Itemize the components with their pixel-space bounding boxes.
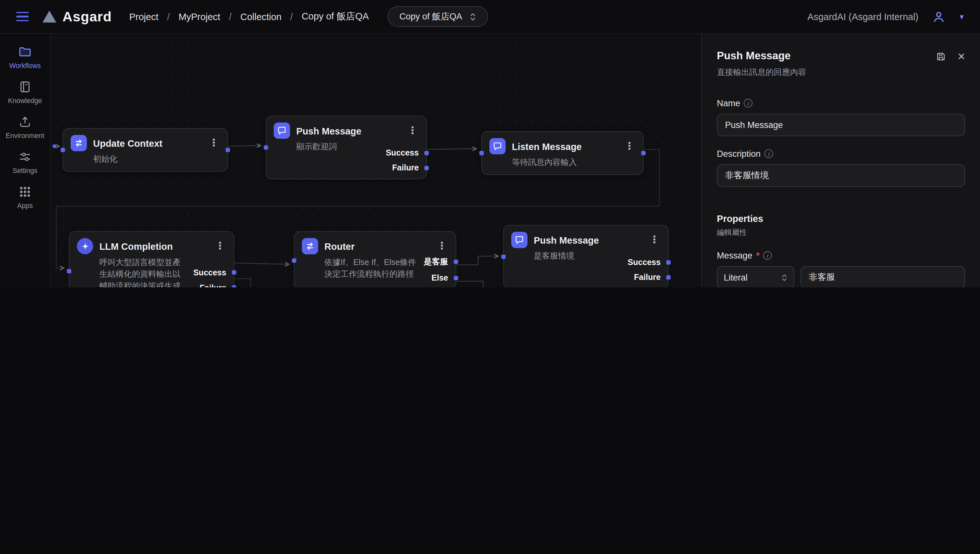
kebab-menu-icon[interactable]: ⋮ [214,241,226,251]
sidebar-item-settings[interactable]: Settings [0,150,50,174]
sidebar-item-workflows[interactable]: Workflows [0,45,50,69]
workflow-selector-value: Copy of 飯店QA [400,11,462,22]
node-push-message-welcome[interactable]: Push Message ⋮ 顯示歡迎詞 Success Failure [266,116,427,180]
sidebar-item-knowledge[interactable]: Knowledge [0,80,50,104]
output-port[interactable] [232,270,236,274]
info-icon: i [765,150,773,158]
chevron-updown-icon [470,12,476,21]
output-else: Else [424,273,448,282]
chevron-updown-icon [781,274,787,282]
close-icon[interactable]: × [958,50,965,62]
output-port[interactable] [454,275,458,280]
input-port[interactable] [501,255,506,259]
output-port[interactable] [641,151,646,156]
sidebar-item-apps[interactable]: Apps [0,185,50,209]
description-input[interactable] [717,164,965,186]
swap-arrows-icon [302,238,318,254]
properties-heading: Properties [717,213,965,224]
menu-hamburger-icon[interactable] [16,12,29,21]
node-inspector-panel: Push Message 直接輸出訊息的回應內容 × Name i Descri… [701,34,980,287]
node-title: Update Context [93,138,163,148]
node-llm-completion[interactable]: LLM Completion ⋮ 呼叫大型語言模型並產生結構化的資料輸出以輔助流… [69,231,234,287]
output-port[interactable] [666,260,671,264]
node-subtitle: 是客服情境 [534,250,574,282]
name-label: Name i [717,98,965,108]
inspector-subtitle: 直接輸出訊息的回應內容 [717,67,806,78]
node-title: Router [324,241,355,252]
input-port[interactable] [264,145,268,150]
logo-triangle-icon [43,11,56,23]
output-failure: Failure [193,283,226,287]
kebab-menu-icon[interactable]: ⋮ [648,235,661,245]
sidebar-label: Environment [6,132,45,139]
sliders-icon [18,150,32,164]
asgard-logo[interactable]: Asgard [43,8,112,25]
chat-bubble-icon [512,232,527,248]
node-title: Listen Message [512,141,582,151]
output-port[interactable] [666,275,671,280]
output-port[interactable] [424,166,429,170]
user-icon[interactable] [932,10,946,23]
node-subtitle: 呼叫大型語言模型並產生結構化的資料輸出以輔助流程的決策或生成自然語言輸出 [99,256,186,287]
sidebar-label: Settings [13,167,38,174]
output-success: Success [386,148,419,158]
output-failure: Failure [386,163,419,172]
kebab-menu-icon[interactable]: ⋮ [406,126,419,136]
sidebar-label: Apps [17,202,33,209]
message-type-select[interactable]: Literal [717,266,794,287]
chat-bubble-icon [489,138,505,154]
kebab-menu-icon[interactable]: ⋮ [207,138,220,148]
sidebar-item-environment[interactable]: Environment [0,115,50,139]
node-update-context[interactable]: Update Context ⋮ 初始化 [62,128,228,172]
node-title: Push Message [534,234,599,245]
llm-sparkle-icon [77,238,93,254]
input-port[interactable] [479,151,484,156]
inspector-title: Push Message [717,50,806,62]
node-subtitle: 依據If、Else If、Else條件決定工作流程執行的路徑 [324,256,417,282]
message-value-input[interactable] [800,266,965,287]
output-port[interactable] [424,151,429,155]
logo-text: Asgard [62,8,112,25]
node-router[interactable]: Router ⋮ 依據If、Else If、Else條件決定工作流程執行的路徑 … [293,231,456,287]
input-port[interactable] [67,269,71,273]
info-icon: i [744,99,753,108]
input-port[interactable] [61,148,65,152]
name-input[interactable] [717,114,965,136]
breadcrumb-myproject[interactable]: MyProject [178,11,220,22]
upload-icon [18,115,32,129]
workflow-selector[interactable]: Copy of 飯店QA [387,6,488,27]
sidebar-label: Workflows [9,62,40,69]
breadcrumb-separator: / [229,11,232,22]
breadcrumb-current[interactable]: Copy of 飯店QA [302,11,369,23]
required-asterisk: * [756,250,760,261]
workflow-canvas[interactable]: Update Context ⋮ 初始化 Push Message ⋮ 顯示歡迎… [51,34,701,287]
sidebar-label: Knowledge [8,97,42,104]
output-port[interactable] [232,285,236,287]
output-port[interactable] [226,148,230,152]
account-label: AsgardAI (Asgard Internal) [807,11,918,22]
output-success: Success [193,267,226,277]
kebab-menu-icon[interactable]: ⋮ [623,141,636,151]
node-subtitle: 等待訊息內容輸入 [512,156,577,168]
account-chevron-down-icon[interactable]: ▾ [959,12,964,21]
chat-bubble-icon [274,123,290,138]
node-title: LLM Completion [99,241,173,252]
output-success: Success [628,258,661,267]
app-window: Asgard Project / MyProject / Collection … [0,0,980,287]
swap-arrows-icon [71,135,87,151]
breadcrumb-separator: / [290,11,293,22]
top-bar: Asgard Project / MyProject / Collection … [0,0,980,34]
save-icon[interactable] [936,51,947,62]
output-is-service: 是客服 [424,256,448,267]
properties-subtitle: 編輯屬性 [717,228,965,238]
breadcrumb-project[interactable]: Project [129,11,158,22]
description-label: Description i [717,149,965,159]
node-push-message-service[interactable]: Push Message ⋮ 是客服情境 Success Failure [503,225,669,287]
output-port[interactable] [454,259,458,264]
node-title: Push Message [296,126,361,136]
input-port[interactable] [292,258,296,262]
breadcrumb-collection[interactable]: Collection [241,11,282,22]
output-failure: Failure [628,272,661,282]
node-listen-message[interactable]: Listen Message ⋮ 等待訊息內容輸入 [481,131,644,175]
kebab-menu-icon[interactable]: ⋮ [435,241,448,251]
